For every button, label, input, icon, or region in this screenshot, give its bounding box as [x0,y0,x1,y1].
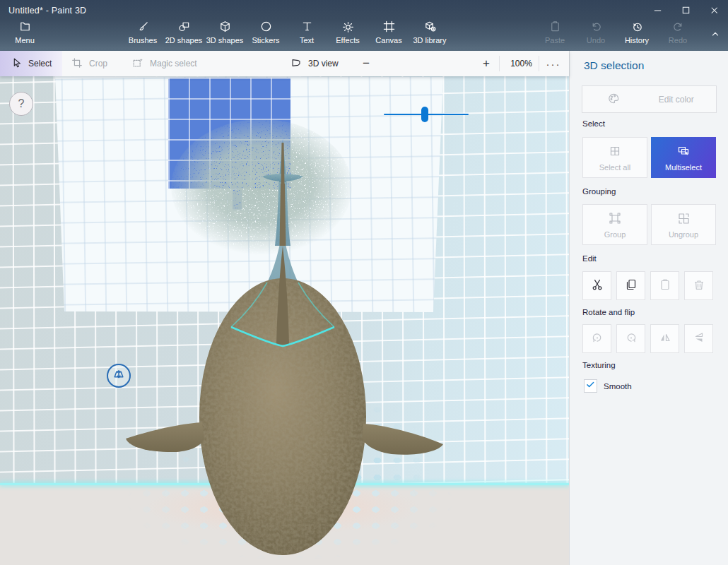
rotate-left-button[interactable] [582,324,611,353]
main-toolbar: Brushes 2D shapes 3D shapes Stickers [122,20,450,49]
zoom-out-button[interactable]: − [358,51,375,76]
rotate-button-row [582,324,718,353]
delete-button[interactable] [684,271,713,300]
paint3d-window: Untitled* - Paint 3D Menu Brushes [0,0,728,565]
magic-select-button[interactable]: Magic select [131,51,197,76]
text-tool[interactable]: Text [286,20,327,49]
flip-horizontal-icon [658,331,672,347]
multiselect-button[interactable]: Multiselect [651,137,716,178]
smooth-label: Smooth [604,382,632,391]
checkmark-icon [585,379,596,393]
select-all-button[interactable]: Select all [582,137,647,178]
stickers-tool[interactable]: Stickers [245,20,286,49]
canvas-frame-icon [382,20,396,35]
smooth-checkbox[interactable] [584,379,597,393]
shark-right-fin [362,424,443,455]
section-label-edit: Edit [582,254,597,263]
history-clock-icon [630,20,644,35]
rotate-cw-icon [624,331,638,347]
ribbon-bar: Select Crop Magic select 3D view − + 100… [0,51,569,76]
3d-view-button[interactable]: 3D view [290,51,339,76]
3d-library-tool[interactable]: 3D library [409,20,450,49]
separator [539,56,539,71]
panel-title: 3D selection [584,59,644,72]
copy-icon [624,278,638,295]
crop-icon [71,56,83,71]
rotate-right-button[interactable] [616,324,645,353]
cursor-icon [10,56,23,71]
text-icon [300,20,314,35]
3d-perspective-button[interactable] [107,364,131,388]
history-toolbar: Paste Undo History Redo [534,20,698,49]
shark-left-fin [126,422,204,452]
window-controls [643,0,728,20]
close-button[interactable] [700,0,728,20]
collapse-toolbar-button[interactable] [705,25,725,45]
window-title: Untitled* - Paint 3D [8,6,86,16]
copy-button[interactable] [616,271,645,300]
edit-color-button[interactable]: Edit color [582,85,717,113]
perspective-icon [111,367,127,385]
flip-vertical-icon [692,331,706,347]
2d-shapes-tool[interactable]: 2D shapes [163,20,204,49]
brush-icon [136,20,150,35]
magic-select-icon [131,56,144,71]
section-label-texturing: Texturing [582,361,616,369]
sun-icon [341,20,355,35]
cube-library-icon [423,20,437,35]
redo-tool[interactable]: Redo [657,20,698,49]
shark-model[interactable] [106,133,459,565]
paste-tool[interactable]: Paste [534,20,575,49]
section-label-grouping: Grouping [582,187,616,196]
section-label-rotate: Rotate and flip [582,308,635,316]
multiselect-icon [676,144,691,160]
scissors-icon [590,278,604,295]
3d-view-icon [290,56,303,71]
more-options-button[interactable]: ··· [541,51,565,76]
crop-tool-button[interactable]: Crop [71,51,107,76]
effects-tool[interactable]: Effects [327,20,368,49]
sticker-icon [259,20,273,35]
zoom-slider-track[interactable] [384,114,469,115]
flip-vertical-button[interactable] [684,324,713,353]
clipboard-icon [658,278,672,295]
minimize-button[interactable] [643,0,671,20]
undo-tool[interactable]: Undo [575,20,616,49]
ungroup-icon [676,211,691,227]
undo-icon [589,20,603,35]
cube-icon [218,20,232,35]
title-bar: Untitled* - Paint 3D Menu Brushes [0,0,728,51]
group-button[interactable]: Group [582,204,647,245]
menu-icon [18,20,32,35]
edit-button-row [582,271,718,300]
zoom-slider-thumb[interactable] [421,107,428,122]
canvas-viewport[interactable]: ? [0,76,569,565]
paste-icon [548,20,562,35]
canvas-tool[interactable]: Canvas [368,20,409,49]
3d-shapes-tool[interactable]: 3D shapes [204,20,245,49]
paste-button[interactable] [650,271,679,300]
flip-horizontal-button[interactable] [650,324,679,353]
2d-shapes-icon [177,20,191,35]
zoom-in-button[interactable]: + [478,51,495,76]
help-button[interactable]: ? [9,92,33,116]
grouping-button-row: Group Ungroup [582,204,717,245]
rotate-ccw-icon [590,331,604,347]
palette-icon [582,92,637,107]
separator [499,56,500,71]
trash-icon [692,278,706,295]
smooth-option: Smooth [584,379,632,393]
select-tool-button[interactable]: Select [0,51,62,76]
group-icon [608,211,622,227]
ungroup-button[interactable]: Ungroup [651,204,716,245]
maximize-button[interactable] [671,0,700,20]
menu-button[interactable]: Menu [4,20,45,49]
brushes-tool[interactable]: Brushes [122,20,163,49]
history-tool[interactable]: History [616,20,657,49]
3d-selection-panel: 3D selection Edit color Select Select al… [569,51,728,565]
select-all-icon [608,144,622,160]
select-button-row: Select all Multiselect [582,137,717,178]
zoom-percent[interactable]: 100% [505,51,537,76]
cut-button[interactable] [582,271,611,300]
redo-icon [671,20,685,35]
